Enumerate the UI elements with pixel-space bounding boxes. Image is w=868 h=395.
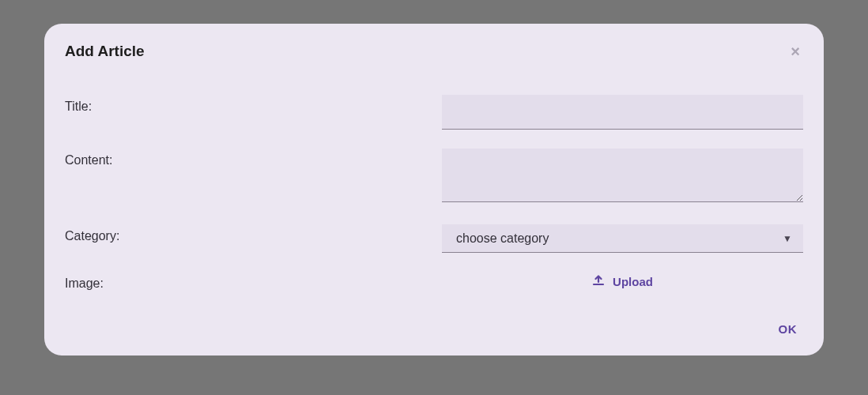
form-row-category: Category: choose category ▼	[65, 224, 803, 253]
dialog-title: Add Article	[65, 43, 145, 60]
form-row-image: Image: Upload	[65, 272, 803, 291]
form-row-content: Content:	[65, 149, 803, 205]
category-select[interactable]: choose category	[442, 224, 803, 253]
content-field-wrapper	[442, 149, 803, 205]
title-field-wrapper	[442, 95, 803, 130]
title-input[interactable]	[442, 95, 803, 130]
form-row-title: Title:	[65, 95, 803, 130]
upload-wrapper: Upload	[442, 272, 803, 288]
upload-icon	[592, 275, 605, 288]
content-textarea[interactable]	[442, 149, 803, 202]
add-article-dialog: Add Article × Title: Content: Category: …	[44, 24, 824, 356]
upload-label: Upload	[613, 275, 653, 288]
dialog-footer: OK	[779, 322, 798, 337]
content-label: Content:	[65, 149, 442, 167]
title-label: Title:	[65, 95, 442, 114]
close-button[interactable]: ×	[787, 43, 803, 59]
category-select-wrapper: choose category ▼	[442, 224, 803, 253]
category-field-wrapper: choose category ▼	[442, 224, 803, 253]
upload-button[interactable]: Upload	[592, 275, 653, 288]
close-icon: ×	[791, 43, 800, 60]
category-label: Category:	[65, 224, 442, 243]
image-field-wrapper: Upload	[442, 272, 803, 288]
ok-button[interactable]: OK	[779, 322, 798, 336]
dialog-header: Add Article ×	[65, 43, 803, 60]
image-label: Image:	[65, 272, 442, 291]
